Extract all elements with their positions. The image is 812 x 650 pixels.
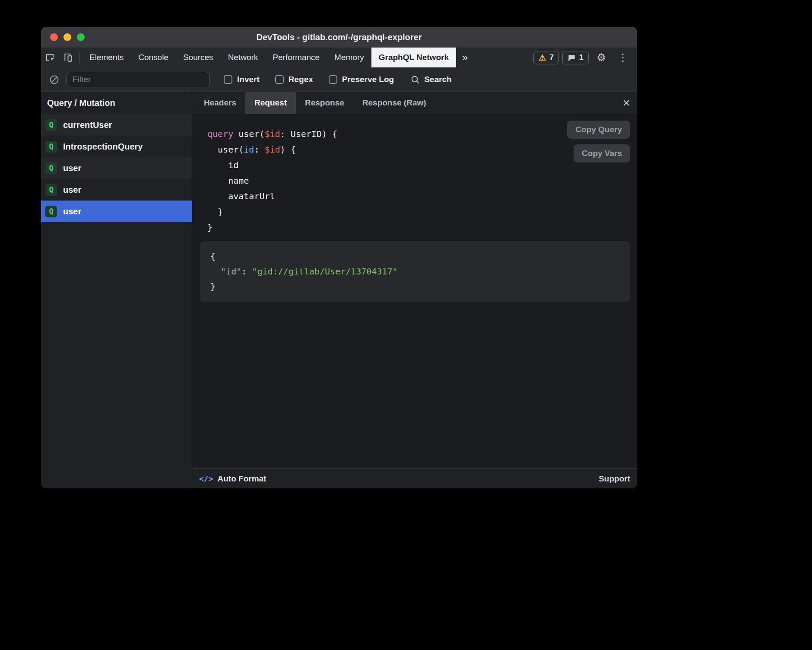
tab-response[interactable]: Response — [296, 92, 353, 114]
variables-box: { "id": "gid://gitlab/User/13704317"} — [200, 241, 630, 302]
list-item-label: IntrospectionQuery — [63, 142, 143, 152]
detail-tabbar: HeadersRequestResponseResponse (Raw) × — [192, 92, 637, 114]
code-token: } — [207, 207, 223, 217]
copy-query-button[interactable]: Copy Query — [567, 121, 630, 139]
code-line: user(id: $id) { — [207, 142, 630, 157]
filter-bar: InvertRegexPreserve Log Search — [41, 67, 637, 92]
list-item-label: currentUser — [63, 120, 112, 130]
tab-elements[interactable]: Elements — [82, 48, 131, 67]
tab-performance[interactable]: Performance — [265, 48, 327, 67]
close-window-button[interactable] — [50, 33, 58, 41]
tab-console[interactable]: Console — [131, 48, 176, 67]
code-token: : — [254, 144, 264, 155]
clear-filter-button[interactable] — [49, 74, 60, 85]
main-area: Query / Mutation QcurrentUserQIntrospect… — [41, 92, 637, 488]
menu-button[interactable]: ⋮ — [614, 52, 632, 63]
checkbox-preserve-log[interactable]: Preserve Log — [329, 75, 394, 84]
code-token: id — [207, 160, 238, 170]
inspect-cursor-icon — [44, 52, 56, 63]
warnings-badge[interactable]: ⚠ 7 — [533, 51, 559, 64]
list-item[interactable]: Quser — [41, 157, 192, 179]
search-label: Search — [424, 75, 451, 84]
tab-response-raw[interactable]: Response (Raw) — [353, 92, 435, 114]
code-token: "id" — [221, 266, 241, 277]
detail-tab-strip: HeadersRequestResponseResponse (Raw) — [195, 92, 435, 114]
code-line: id — [207, 157, 630, 173]
issues-badge[interactable]: 1 — [562, 51, 589, 64]
checkbox-label: Invert — [237, 75, 260, 84]
code-token: user( — [207, 144, 244, 155]
code-line: avatarUrl — [207, 188, 630, 204]
checkbox-regex[interactable]: Regex — [275, 75, 313, 84]
code-token — [210, 266, 221, 277]
titlebar: DevTools - gitlab.com/-/graphql-explorer — [41, 27, 637, 48]
list-item-label: user — [63, 207, 81, 217]
main-toolbar: ElementsConsoleSourcesNetworkPerformance… — [41, 48, 637, 67]
auto-format-button[interactable]: </> Auto Format — [199, 474, 266, 484]
window-title: DevTools - gitlab.com/-/graphql-explorer — [41, 32, 637, 42]
minimize-window-button[interactable] — [63, 33, 71, 41]
filter-input[interactable] — [67, 72, 210, 87]
inspect-element-button[interactable] — [41, 48, 59, 67]
toolbar-divider — [79, 52, 80, 63]
search-icon — [410, 75, 420, 85]
tab-sources[interactable]: Sources — [176, 48, 221, 67]
message-icon — [568, 54, 576, 62]
devtools-window: DevTools - gitlab.com/-/graphql-explorer… — [41, 27, 637, 488]
code-token: ) { — [280, 144, 296, 155]
code-line: } — [210, 279, 620, 294]
checkbox-label: Regex — [289, 75, 313, 84]
list-item[interactable]: Quser — [41, 201, 192, 222]
code-token: "gid://gitlab/User/13704317" — [252, 266, 397, 277]
query-badge: Q — [45, 184, 57, 196]
list-item-label: user — [63, 185, 81, 195]
tab-network[interactable]: Network — [221, 48, 266, 67]
zoom-window-button[interactable] — [77, 33, 85, 41]
settings-button[interactable]: ⚙ — [592, 52, 610, 63]
code-token: name — [207, 175, 249, 186]
warnings-count: 7 — [549, 53, 554, 62]
detail-footer: </> Auto Format Support — [192, 468, 637, 488]
code-format-icon: </> — [199, 474, 213, 483]
device-toolbar-button[interactable] — [59, 48, 77, 67]
code-token: $id — [264, 129, 280, 139]
checkbox-box — [224, 75, 232, 84]
list-item[interactable]: QcurrentUser — [41, 114, 192, 136]
checkbox-invert[interactable]: Invert — [224, 75, 260, 84]
code-token: : UserID) { — [280, 129, 337, 139]
code-token: : — [241, 266, 252, 277]
query-badge: Q — [45, 119, 57, 131]
request-detail-panel: HeadersRequestResponseResponse (Raw) × C… — [192, 92, 637, 488]
tab-graphql-network[interactable]: GraphQL Network — [371, 48, 456, 67]
toolbar-right-cluster: ⚠ 7 1 ⚙ ⋮ — [533, 48, 637, 67]
warning-icon: ⚠ — [539, 54, 546, 62]
more-tabs-button[interactable]: » — [456, 48, 474, 67]
checkbox-box — [329, 75, 337, 84]
code-token: $id — [264, 144, 280, 155]
close-panel-button[interactable]: × — [622, 96, 630, 109]
code-token: } — [207, 222, 213, 233]
support-link[interactable]: Support — [599, 474, 630, 484]
checkbox-box — [275, 75, 284, 84]
code-token: avatarUrl — [207, 191, 275, 201]
gear-icon: ⚙ — [596, 52, 606, 63]
query-list: QcurrentUserQIntrospectionQueryQuserQuse… — [41, 114, 192, 488]
list-item-label: user — [63, 163, 81, 173]
copy-vars-button[interactable]: Copy Vars — [574, 144, 630, 162]
query-list-header: Query / Mutation — [41, 92, 192, 114]
code-line: query user($id: UserID) { — [207, 126, 630, 142]
list-item[interactable]: QIntrospectionQuery — [41, 136, 192, 157]
checkbox-group: InvertRegexPreserve Log — [224, 75, 394, 84]
issues-count: 1 — [579, 53, 584, 62]
tab-memory[interactable]: Memory — [327, 48, 371, 67]
query-list-panel: Query / Mutation QcurrentUserQIntrospect… — [41, 92, 192, 488]
list-item[interactable]: Quser — [41, 179, 192, 201]
search-control[interactable]: Search — [410, 75, 451, 85]
main-tab-strip: ElementsConsoleSourcesNetworkPerformance… — [82, 48, 456, 67]
tab-request[interactable]: Request — [245, 92, 296, 114]
code-line: name — [207, 173, 630, 188]
request-content: Copy Query Copy Vars query user($id: Use… — [192, 114, 637, 468]
tab-headers[interactable]: Headers — [195, 92, 245, 114]
query-badge: Q — [45, 162, 57, 174]
code-line: } — [207, 204, 630, 220]
